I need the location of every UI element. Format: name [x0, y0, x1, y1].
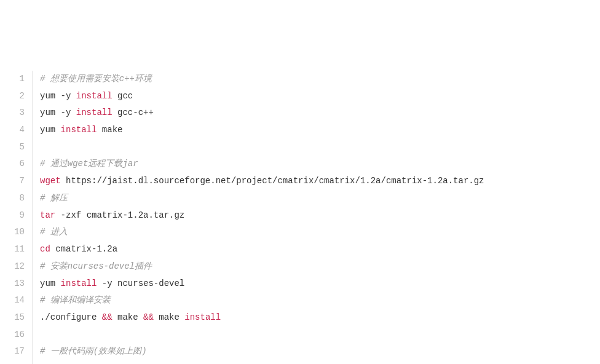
line-number: 12: [0, 258, 33, 275]
line-content: cd cmatrix-1.2a: [33, 241, 600, 258]
code-line: 17# 一般代码雨(效果如上图): [0, 343, 600, 360]
code-token: install: [61, 125, 97, 135]
code-token: yum -y: [40, 108, 76, 117]
line-number: 17: [0, 343, 33, 360]
code-token: tar: [40, 210, 55, 220]
line-content: # 安装ncurses-devel插件: [33, 258, 600, 275]
line-number: 4: [0, 122, 33, 139]
line-content: cmatrix: [33, 360, 600, 364]
code-token: ./configure: [40, 312, 102, 322]
code-block: 1# 想要使用需要安装c++环境2yum -y install gcc3yum …: [0, 71, 600, 364]
line-content: # 想要使用需要安装c++环境: [33, 71, 600, 88]
code-token: install: [61, 279, 97, 288]
line-content: tar -zxf cmatrix-1.2a.tar.gz: [33, 207, 600, 224]
code-token: # 通过wget远程下载jar: [40, 159, 138, 168]
line-number: 3: [0, 105, 33, 122]
line-number: 5: [0, 139, 33, 156]
code-token: make: [97, 125, 122, 135]
line-number: 6: [0, 156, 33, 173]
code-token: &&: [143, 312, 154, 322]
code-token: -y ncurses-devel: [97, 279, 184, 288]
code-line: 18cmatrix: [0, 360, 600, 364]
line-content: # 编译和编译安装: [33, 292, 600, 309]
line-number: 8: [0, 190, 33, 207]
code-line: 10# 进入: [0, 224, 600, 241]
line-number: 14: [0, 292, 33, 309]
code-token: # 安装ncurses-devel插件: [40, 261, 152, 271]
code-line: 6# 通过wget远程下载jar: [0, 156, 600, 173]
code-line: 11cd cmatrix-1.2a: [0, 241, 600, 258]
code-token: # 进入: [40, 227, 68, 237]
code-line: 1# 想要使用需要安装c++环境: [0, 71, 600, 88]
code-token: install: [76, 91, 112, 101]
code-line: 2yum -y install gcc: [0, 88, 600, 105]
line-content: # 一般代码雨(效果如上图): [33, 343, 600, 360]
line-content: # 进入: [33, 224, 600, 241]
line-number: 10: [0, 224, 33, 241]
code-line: 5: [0, 139, 600, 156]
line-number: 18: [0, 360, 33, 364]
code-line: 15./configure && make && make install: [0, 309, 600, 326]
line-number: 2: [0, 88, 33, 105]
line-number: 11: [0, 241, 33, 258]
code-token: make: [112, 312, 143, 322]
line-content: ./configure && make && make install: [33, 309, 600, 326]
code-line: 14# 编译和编译安装: [0, 292, 600, 309]
line-content: # 通过wget远程下载jar: [33, 156, 600, 173]
code-token: yum -y: [40, 91, 76, 101]
line-number: 15: [0, 309, 33, 326]
code-token: gcc: [112, 91, 133, 101]
code-token: yum: [40, 125, 61, 135]
code-token: wget: [40, 176, 61, 186]
line-content: yum -y install gcc: [33, 88, 600, 105]
code-token: # 编译和编译安装: [40, 295, 111, 305]
code-token: # 想要使用需要安装c++环境: [40, 74, 152, 84]
line-content: yum install -y ncurses-devel: [33, 275, 600, 293]
line-content: yum -y install gcc-c++: [33, 105, 600, 122]
code-line: 3yum -y install gcc-c++: [0, 105, 600, 122]
code-token: &&: [102, 312, 112, 322]
code-line: 12# 安装ncurses-devel插件: [0, 258, 600, 275]
code-token: cmatrix-1.2a: [50, 244, 117, 254]
code-line: 4yum install make: [0, 122, 600, 139]
code-token: # 解压: [40, 193, 68, 203]
code-token: yum: [40, 279, 61, 288]
code-line: 7wget https://jaist.dl.sourceforge.net/p…: [0, 173, 600, 190]
code-line: 8# 解压: [0, 190, 600, 207]
code-token: # 一般代码雨(效果如上图): [40, 346, 147, 356]
line-number: 7: [0, 173, 33, 190]
line-number: 1: [0, 71, 33, 88]
code-token: install: [76, 108, 112, 117]
line-number: 16: [0, 326, 33, 344]
code-token: -zxf cmatrix-1.2a.tar.gz: [55, 210, 184, 220]
line-number: 9: [0, 207, 33, 224]
line-content: wget https://jaist.dl.sourceforge.net/pr…: [33, 173, 600, 190]
line-content: # 解压: [33, 190, 600, 207]
code-token: https://jaist.dl.sourceforge.net/project…: [61, 176, 484, 186]
code-token: make: [154, 312, 184, 322]
line-content: yum install make: [33, 122, 600, 139]
code-line: 13yum install -y ncurses-devel: [0, 275, 600, 293]
code-token: cd: [40, 244, 50, 254]
code-line: 16: [0, 326, 600, 344]
code-token: install: [184, 312, 221, 322]
code-line: 9tar -zxf cmatrix-1.2a.tar.gz: [0, 207, 600, 224]
line-number: 13: [0, 275, 33, 293]
code-token: gcc-c++: [112, 108, 154, 117]
